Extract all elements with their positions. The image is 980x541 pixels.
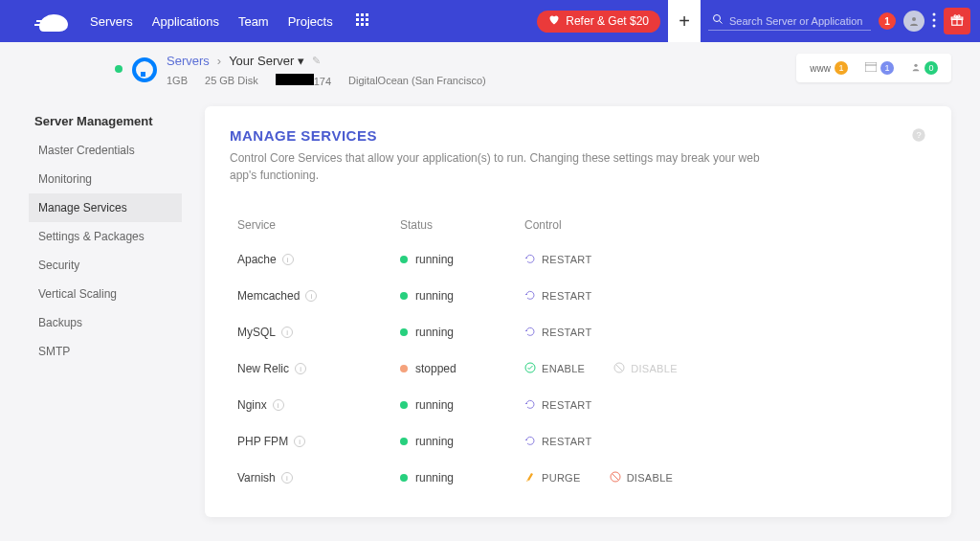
service-status-cell: running (400, 326, 524, 339)
services-table: Service Status Control Apache i running … (230, 209, 926, 496)
info-icon[interactable]: i (294, 436, 305, 447)
service-control-cell: RESTART (524, 326, 919, 339)
server-meta: 1GB 25 GB Disk 174 DigitalOcean (San Fra… (167, 74, 486, 87)
nav-link-team[interactable]: Team (238, 14, 269, 29)
service-row: Apache i running RESTART (230, 241, 926, 278)
svg-rect-2 (366, 13, 368, 16)
table-header: Service Status Control (230, 209, 926, 241)
service-status-cell: running (400, 435, 524, 448)
refer-button[interactable]: Refer & Get $20 (537, 11, 660, 33)
status-dot-icon (400, 365, 408, 372)
status-dot-icon (400, 328, 408, 336)
svg-rect-8 (366, 23, 368, 26)
service-name: Nginx (237, 398, 267, 412)
control-purge-button[interactable]: PURGE (524, 471, 581, 485)
col-header-status: Status (400, 218, 524, 232)
control-restart-button[interactable]: RESTART (524, 398, 591, 412)
chevron-right-icon: › (217, 54, 221, 68)
edit-icon[interactable]: ✎ (312, 55, 321, 67)
server-status-dot (115, 65, 122, 73)
sidebar-item-manage-services[interactable]: Manage Services (29, 193, 182, 222)
service-name: Varnish (237, 471, 276, 485)
nav-link-projects[interactable]: Projects (288, 14, 333, 29)
control-label: RESTART (542, 254, 591, 265)
stat-apps[interactable]: 1 (865, 61, 894, 75)
search-box[interactable] (708, 11, 871, 31)
svg-point-13 (933, 18, 936, 21)
stat-www[interactable]: www 1 (810, 61, 848, 75)
status-dot-icon (400, 292, 408, 300)
info-icon[interactable]: i (282, 254, 294, 265)
service-row: MySQL i running RESTART (230, 314, 926, 350)
control-restart-button[interactable]: RESTART (524, 435, 591, 448)
sidebar-item-monitoring[interactable]: Monitoring (29, 165, 182, 193)
sidebar-item-backups[interactable]: Backups (29, 308, 182, 337)
svg-rect-6 (356, 23, 359, 26)
service-control-cell: ENABLEDISABLE (524, 362, 919, 375)
service-name: Apache (237, 253, 277, 266)
nav-link-applications[interactable]: Applications (152, 14, 219, 29)
stat-apps-count: 1 (880, 61, 894, 75)
service-name-cell: Nginx i (237, 398, 400, 412)
stat-www-count: 1 (835, 61, 848, 75)
control-label: DISABLE (627, 472, 674, 484)
sidebar-item-vertical-scaling[interactable]: Vertical Scaling (29, 280, 182, 308)
page-body: Servers › Your Server ▾ ✎ 1GB 25 GB Disk… (0, 42, 980, 529)
info-icon[interactable]: i (273, 399, 284, 411)
info-icon[interactable]: i (281, 327, 293, 338)
nav-links: Servers Applications Team Projects (90, 14, 333, 29)
user-icon (911, 62, 921, 74)
add-button[interactable]: + (668, 0, 701, 42)
breadcrumb-current[interactable]: Your Server ▾ (229, 54, 304, 68)
svg-rect-4 (361, 18, 364, 21)
control-disable-button[interactable]: DISABLE (610, 471, 674, 485)
restart-icon (524, 398, 536, 412)
stat-users-count: 0 (924, 61, 938, 75)
info-icon[interactable]: i (295, 363, 306, 374)
service-name-cell: MySQL i (237, 326, 400, 339)
service-control-cell: RESTART (524, 435, 919, 448)
restart-icon (524, 253, 536, 266)
service-control-cell: RESTART (524, 289, 919, 303)
breadcrumb-servers[interactable]: Servers (167, 54, 210, 68)
restart-icon (524, 435, 536, 448)
restart-icon (524, 289, 536, 303)
content: Server Management Master Credentials Mon… (29, 106, 951, 517)
avatar[interactable] (903, 11, 924, 32)
sidebar-item-master-credentials[interactable]: Master Credentials (29, 136, 182, 165)
control-restart-button[interactable]: RESTART (524, 253, 591, 266)
stat-users[interactable]: 0 (911, 61, 938, 75)
help-icon[interactable]: ? (911, 127, 926, 147)
gift-button[interactable] (944, 8, 970, 34)
info-icon[interactable]: i (305, 290, 317, 302)
server-info: Servers › Your Server ▾ ✎ 1GB 25 GB Disk… (167, 54, 486, 87)
search-input[interactable] (729, 15, 867, 27)
sidebar: Server Management Master Credentials Mon… (29, 106, 182, 517)
status-dot-icon (400, 401, 408, 409)
brand-logo[interactable] (33, 10, 71, 33)
control-enable-button[interactable]: ENABLE (524, 362, 585, 375)
status-text: running (415, 253, 454, 266)
info-icon[interactable]: i (281, 472, 293, 484)
sidebar-title: Server Management (29, 106, 182, 136)
control-label: RESTART (542, 327, 591, 338)
control-restart-button[interactable]: RESTART (524, 326, 591, 339)
status-dot-icon (400, 474, 408, 482)
server-stats-box: www 1 1 0 (796, 54, 951, 82)
svg-point-11 (912, 17, 916, 21)
notifications-badge[interactable]: 1 (879, 12, 896, 30)
svg-point-9 (714, 15, 721, 22)
server-ip: 174 (276, 74, 331, 87)
search-icon (712, 13, 724, 28)
control-restart-button[interactable]: RESTART (524, 289, 591, 303)
service-row: Memcached i running RESTART (230, 278, 926, 314)
control-label: PURGE (542, 472, 581, 484)
sidebar-item-settings-packages[interactable]: Settings & Packages (29, 222, 182, 251)
kebab-menu-icon[interactable] (932, 12, 936, 31)
sidebar-item-smtp[interactable]: SMTP (29, 337, 182, 366)
apps-grid-icon[interactable] (356, 13, 369, 30)
sidebar-item-security[interactable]: Security (29, 251, 182, 280)
status-text: stopped (415, 362, 457, 375)
disable-icon (613, 362, 625, 375)
nav-link-servers[interactable]: Servers (90, 14, 133, 29)
